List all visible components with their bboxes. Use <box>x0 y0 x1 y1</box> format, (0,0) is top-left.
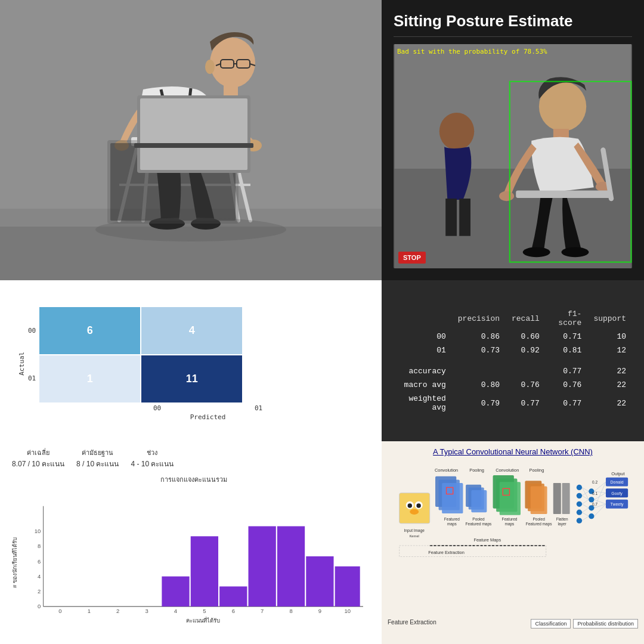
svg-text:9: 9 <box>318 608 321 614</box>
confusion-matrix-area: Actual 00 01 6 4 1 11 00 <box>18 286 376 441</box>
svg-text:0: 0 <box>38 603 41 609</box>
row-label-01: 01 <box>394 343 452 357</box>
svg-point-27 <box>205 60 215 74</box>
svg-line-132 <box>582 516 589 521</box>
stat-median: ค่ามัธยฐาน 8 / 10 คะแนน <box>76 447 119 469</box>
metrics-row-macro: macro avg 0.80 0.76 0.76 22 <box>394 378 632 392</box>
svg-rect-67 <box>249 527 276 607</box>
row-label-accuracy: accuracy <box>394 364 452 378</box>
svg-rect-95 <box>471 490 487 512</box>
row-support-01: 12 <box>587 343 632 357</box>
posture-svg <box>394 44 632 268</box>
row-label-weighted: weighted avg <box>394 392 452 414</box>
svg-text:10: 10 <box>344 608 351 614</box>
svg-rect-28 <box>224 83 238 95</box>
svg-text:Kernel: Kernel <box>410 534 419 538</box>
svg-point-121 <box>589 497 594 502</box>
confusion-panel: Actual 00 01 6 4 1 11 00 <box>0 280 382 441</box>
svg-text:Output: Output <box>611 471 624 476</box>
posture-image-box: Bad sit with the probability of 78.53% <box>394 44 632 268</box>
person-photo <box>0 0 382 280</box>
stats-panel: ค่าเฉลี่ย 8.07 / 10 คะแนน ค่ามัธยฐาน 8 /… <box>0 441 382 644</box>
stat-mean: ค่าเฉลี่ย 8.07 / 10 คะแนน <box>12 447 64 469</box>
svg-line-131 <box>582 512 589 516</box>
cnn-bottom-right: Classification Probabilistic distributio… <box>531 619 638 628</box>
feature-extraction-label: Feature Extraction <box>388 619 436 628</box>
cnn-panel: A Typical Convolutional Neural Network (… <box>382 441 644 644</box>
stat-range-value: 4 - 10 คะแนน <box>131 458 174 469</box>
row-precision-macro: 0.80 <box>452 378 506 392</box>
svg-point-123 <box>589 513 594 519</box>
stats-row: ค่าเฉลี่ย 8.07 / 10 คะแนน ค่ามัธยฐาน 8 /… <box>12 447 376 469</box>
row-precision-01: 0.73 <box>452 343 506 357</box>
svg-point-37 <box>499 191 514 201</box>
col-f1: f1-score <box>546 307 588 330</box>
svg-text:2: 2 <box>38 588 41 595</box>
svg-text:Featured: Featured <box>444 517 460 521</box>
svg-rect-31 <box>395 44 631 169</box>
svg-text:คะแนนที่ได้รับ: คะแนนที่ได้รับ <box>186 617 220 624</box>
x-labels: 00 01 <box>107 404 309 412</box>
svg-text:layer: layer <box>558 522 567 527</box>
metrics-row-weighted: weighted avg 0.79 0.77 0.77 22 <box>394 392 632 414</box>
x-axis-label: Predicted <box>190 413 226 421</box>
col-recall: recall <box>506 307 546 330</box>
svg-rect-101 <box>500 482 521 515</box>
posture-label-overlay: Bad sit with the probability of 78.53% <box>397 48 547 55</box>
svg-point-118 <box>577 510 582 515</box>
svg-point-80 <box>408 503 412 507</box>
svg-rect-34 <box>459 199 470 236</box>
svg-rect-33 <box>445 199 457 236</box>
svg-text:0.2: 0.2 <box>592 480 597 484</box>
svg-text:Donald: Donald <box>611 480 624 484</box>
svg-text:maps: maps <box>504 522 515 527</box>
stat-median-value: 8 / 10 คะแนน <box>76 458 119 469</box>
row-f1-weighted: 0.77 <box>546 392 588 414</box>
svg-rect-61 <box>162 577 189 606</box>
svg-text:0.7: 0.7 <box>592 502 597 506</box>
row-precision-weighted: 0.79 <box>452 392 506 414</box>
svg-rect-19 <box>140 98 247 170</box>
svg-text:# ของนักเรียนที่ได้รับ: # ของนักเรียนที่ได้รับ <box>12 537 18 588</box>
svg-text:8: 8 <box>38 543 41 549</box>
svg-rect-111 <box>553 483 561 514</box>
col-support: support <box>587 307 632 330</box>
row-support-accuracy: 22 <box>587 364 632 378</box>
metrics-panel: precision recall f1-score support 00 0.8… <box>382 280 644 441</box>
main-grid: Sitting Posture Estimate Bad sit with th… <box>0 0 644 644</box>
svg-text:Feature Extraction: Feature Extraction <box>428 550 465 555</box>
matrix-wrapper: 00 01 6 4 1 11 <box>28 307 376 402</box>
svg-point-77 <box>402 495 426 522</box>
matrix-y-labels: 00 01 <box>28 307 36 402</box>
svg-text:Goofy: Goofy <box>611 491 623 496</box>
svg-rect-65 <box>219 586 247 606</box>
svg-rect-73 <box>335 566 360 606</box>
svg-text:0: 0 <box>58 608 61 614</box>
cell-tp: 11 <box>141 355 242 402</box>
row-recall-accuracy <box>506 364 546 378</box>
svg-point-40 <box>561 247 589 257</box>
row-recall-00: 0.60 <box>506 330 546 343</box>
svg-rect-112 <box>562 483 570 514</box>
svg-point-82 <box>410 509 419 515</box>
y-label-00: 00 <box>28 327 36 335</box>
svg-text:Convolution: Convolution <box>435 467 458 473</box>
histogram-title: การแจกแจงคะแนนรวม <box>12 474 376 485</box>
row-label-macro: macro avg <box>394 378 452 392</box>
row-f1-01: 0.81 <box>546 343 588 357</box>
cnn-diagram: Input Image Kernel Convolution Featured … <box>388 460 638 615</box>
metrics-row-01: 01 0.73 0.92 0.81 12 <box>394 343 632 357</box>
stop-button[interactable]: STOP <box>398 252 426 264</box>
svg-text:Input Image: Input Image <box>404 528 425 533</box>
svg-rect-108 <box>531 487 547 514</box>
svg-point-32 <box>439 113 474 150</box>
svg-rect-71 <box>306 556 333 606</box>
svg-point-115 <box>577 485 582 490</box>
x-label-00: 00 <box>153 404 161 412</box>
svg-text:Tweety: Tweety <box>611 502 624 507</box>
svg-text:1: 1 <box>88 608 91 614</box>
svg-text:7: 7 <box>261 608 264 614</box>
row-f1-accuracy: 0.77 <box>546 364 588 378</box>
svg-text:4: 4 <box>174 608 177 614</box>
svg-text:5: 5 <box>203 608 206 614</box>
